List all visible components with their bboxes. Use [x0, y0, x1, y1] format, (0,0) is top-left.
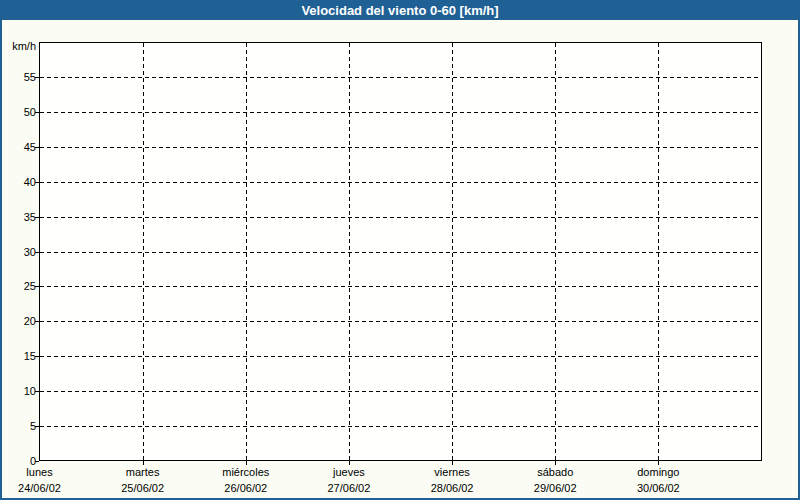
x-tick-day-label: sábado: [505, 465, 605, 479]
x-axis-tick: [452, 461, 453, 465]
y-tick-label: 30: [2, 245, 36, 259]
x-tick-date-label: 27/06/02: [299, 481, 399, 495]
y-axis-tick: [35, 217, 39, 218]
y-tick-label: 10: [2, 384, 36, 398]
y-axis-tick: [35, 252, 39, 253]
x-tick-date-label: 30/06/02: [608, 481, 708, 495]
y-axis-tick: [35, 112, 39, 113]
y-tick-label: 35: [2, 210, 36, 224]
plot-area: [39, 42, 762, 461]
y-axis-tick: [35, 391, 39, 392]
y-tick-label: 15: [2, 349, 36, 363]
y-tick-label: 25: [2, 279, 36, 293]
x-tick-day-label: lunes: [0, 465, 90, 479]
x-axis-tick: [143, 461, 144, 465]
y-axis-tick: [35, 461, 39, 462]
x-tick-date-label: 24/06/02: [0, 481, 90, 495]
y-axis-tick: [35, 321, 39, 322]
y-tick-label: 20: [2, 314, 36, 328]
x-tick-day-label: martes: [93, 465, 193, 479]
gridlines-and-frame: [39, 42, 762, 461]
x-tick-date-label: 25/06/02: [93, 481, 193, 495]
x-tick-day-label: viernes: [402, 465, 502, 479]
y-axis-tick: [35, 147, 39, 148]
x-tick-day-label: domingo: [608, 465, 708, 479]
x-tick-day-label: jueves: [299, 465, 399, 479]
y-tick-label: 40: [2, 175, 36, 189]
y-tick-label: 45: [2, 140, 36, 154]
y-tick-label: 5: [2, 419, 36, 433]
x-tick-day-label: miércoles: [196, 465, 296, 479]
y-axis-tick: [35, 77, 39, 78]
y-tick-label: 50: [2, 105, 36, 119]
y-axis-tick: [35, 286, 39, 287]
chart-region: km/h 0510152025303540455055 lunes24/06/0…: [2, 2, 798, 498]
y-axis-unit-label: km/h: [2, 39, 36, 53]
x-tick-date-label: 29/06/02: [505, 481, 605, 495]
x-tick-date-label: 28/06/02: [402, 481, 502, 495]
wind-speed-chart-window: Velocidad del viento 0-60 [km/h] km/h 05…: [0, 0, 800, 500]
y-axis-tick: [35, 182, 39, 183]
x-tick-date-label: 26/06/02: [196, 481, 296, 495]
y-tick-label: 55: [2, 70, 36, 84]
x-axis-tick: [658, 461, 659, 465]
x-axis-tick: [349, 461, 350, 465]
x-axis-tick: [246, 461, 247, 465]
x-axis-tick: [555, 461, 556, 465]
y-axis-tick: [35, 426, 39, 427]
y-axis-tick: [35, 356, 39, 357]
